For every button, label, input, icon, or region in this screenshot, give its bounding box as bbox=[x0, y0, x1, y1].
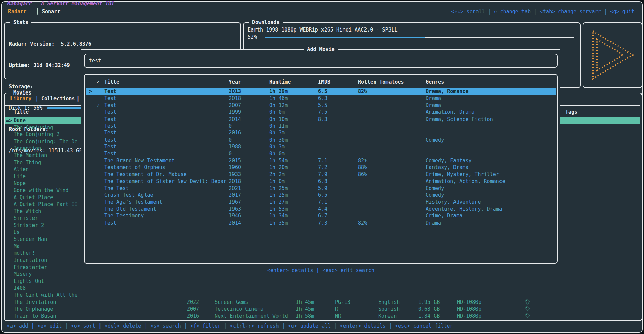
movie-year: 2022 bbox=[187, 299, 199, 306]
result-runtime: 1h 27m bbox=[269, 199, 288, 205]
result-imdb: 5.9 bbox=[318, 185, 327, 192]
movies-tab-library[interactable]: Library bbox=[10, 95, 31, 102]
result-row[interactable]: Test00h 11m bbox=[86, 123, 556, 129]
header-check: ✓ bbox=[97, 79, 100, 85]
result-row[interactable]: The Brand New Testament20151h 54m7.182%C… bbox=[86, 157, 556, 164]
result-row[interactable]: Test00h 0m bbox=[86, 150, 556, 157]
result-row[interactable]: test00h 30mComedy bbox=[86, 137, 556, 143]
add-movie-footer-keybinds: <enter> details | <esc> edit search bbox=[81, 267, 560, 274]
result-imdb: 6.8 bbox=[318, 178, 327, 185]
movie-language: Spanish bbox=[378, 306, 400, 312]
movie-quality: HD-1080p bbox=[457, 313, 481, 319]
movie-title: Slender Man bbox=[14, 236, 47, 243]
version-value: 5.2.6.8376 bbox=[61, 41, 91, 47]
download-progress-bar bbox=[265, 37, 574, 38]
result-rotten-tomatoes: 86% bbox=[358, 171, 367, 178]
result-row[interactable]: Test19880h 3m bbox=[86, 143, 556, 150]
version-label: Radarr Version: bbox=[9, 41, 54, 47]
result-row[interactable]: ✓Test20070h 12m5.5Drama bbox=[86, 102, 556, 109]
tag-icon bbox=[525, 313, 530, 319]
result-imdb: 6.7 bbox=[318, 212, 327, 219]
tab-radarr[interactable]: Radarr bbox=[8, 8, 26, 15]
result-row[interactable]: The Old Testament19631h 53m4.4Adventure,… bbox=[86, 206, 556, 212]
result-row[interactable]: The Aga's Testament19671h 27m7.1History,… bbox=[86, 199, 556, 205]
add-movie-popup: Add Movie ✓ Title Year Runtime IMDB Rott… bbox=[81, 49, 560, 297]
result-runtime: 0h 3m bbox=[269, 143, 285, 150]
movie-row[interactable]: The Orphanage2007Telecinco Cinema1h 45mR… bbox=[5, 306, 640, 312]
movie-title: Inception bbox=[14, 145, 41, 152]
download-percent-label: 52% bbox=[248, 34, 257, 41]
movies-tab-collections[interactable]: Collections bbox=[41, 95, 75, 102]
result-genres: Crime, Mystery, Thriller bbox=[426, 171, 499, 178]
result-runtime: 1h 25m bbox=[269, 185, 288, 192]
header-year: Year bbox=[229, 79, 241, 85]
result-title: The Aga's Testament bbox=[104, 199, 162, 205]
result-genres: Animation, Drama bbox=[426, 109, 475, 116]
result-runtime: 1h 29m bbox=[269, 88, 288, 95]
result-row[interactable]: =>Test20131h 29m6.582%Drama, Romance bbox=[86, 88, 556, 95]
movie-studio: Telecinco Cinema bbox=[215, 306, 264, 312]
result-genres: Comedy, Fantasy bbox=[426, 157, 471, 164]
result-imdb: 7.1 bbox=[318, 199, 327, 205]
movie-size: 1.84 GB bbox=[418, 313, 440, 319]
top-keybinds: <↑↓> scroll | ↔ change tab | <tab> chang… bbox=[451, 8, 635, 15]
tag-icon bbox=[525, 299, 530, 306]
movie-title: The Conjuring 2 bbox=[14, 131, 59, 138]
result-year: 2013 bbox=[229, 88, 241, 95]
result-runtime: 1h 35m bbox=[269, 220, 288, 226]
movie-title: Incantation bbox=[14, 257, 47, 264]
add-movie-search-box bbox=[84, 54, 558, 68]
result-row[interactable]: The Test20211h 25m5.9Comedy bbox=[86, 185, 556, 192]
result-runtime: 0h 12m bbox=[269, 102, 288, 109]
result-imdb: 6.3 bbox=[318, 95, 327, 102]
result-row[interactable]: The Testament of Sister New Devil: Depar… bbox=[86, 178, 556, 185]
result-runtime: 1h 20m bbox=[269, 164, 288, 171]
result-title: Test bbox=[104, 220, 116, 226]
movie-row[interactable]: Train to Busan2016Next Entertainment Wor… bbox=[5, 313, 640, 319]
result-row[interactable]: Crash Test Aglae20171h 25m6.5Comedy bbox=[86, 192, 556, 199]
header-imdb: IMDB bbox=[318, 79, 330, 85]
movie-title: A Quiet Place bbox=[14, 194, 53, 201]
result-title: The Testimony bbox=[104, 212, 144, 219]
result-row[interactable]: Test20181h 46m6.3Drama bbox=[86, 95, 556, 102]
result-row[interactable]: The Testimony19461h 34m6.7Crime, Drama bbox=[86, 212, 556, 219]
movie-title: Dune bbox=[14, 117, 26, 124]
selection-marker: => bbox=[86, 88, 92, 95]
result-title: Testament of Orpheus bbox=[104, 164, 165, 171]
movie-title: Alien bbox=[14, 166, 29, 173]
result-runtime: 1h 0m bbox=[269, 178, 285, 185]
add-movie-search-input[interactable] bbox=[85, 54, 557, 67]
result-row[interactable]: Test20141h 35m7.382%Drama bbox=[86, 220, 556, 226]
result-row[interactable]: Test20140h 10m8.3Drama, Science Fiction bbox=[86, 116, 556, 123]
result-imdb: 7.2 bbox=[318, 164, 327, 171]
uptime-value: 31d 04:32:49 bbox=[33, 62, 70, 68]
movies-title-column-header: Title bbox=[14, 109, 29, 116]
result-imdb: 5.5 bbox=[318, 102, 327, 109]
result-year: 0 bbox=[229, 137, 232, 143]
movie-certification: PG-13 bbox=[335, 299, 350, 306]
result-year: 2016 bbox=[229, 129, 241, 136]
result-row[interactable]: Test19990h 0m7.5Animation, Drama bbox=[86, 109, 556, 116]
result-year: 0 bbox=[229, 123, 232, 129]
selection-marker: => bbox=[6, 117, 12, 124]
movie-title: The Girl with All the bbox=[14, 292, 78, 298]
result-title: Test bbox=[104, 129, 116, 136]
result-imdb: 7.9 bbox=[318, 171, 327, 178]
result-row[interactable]: Testament of Orpheus19601h 20m7.288%Fant… bbox=[86, 164, 556, 171]
movie-certification: NR bbox=[335, 313, 341, 319]
result-runtime: 0h 0m bbox=[269, 150, 285, 157]
movie-row[interactable]: The Invitation2022Screen Gems1h 45mPG-13… bbox=[5, 299, 640, 306]
result-genres: History, Adventure bbox=[426, 199, 481, 205]
tab-sonarr[interactable]: Sonarr bbox=[42, 8, 60, 15]
result-genres: Drama bbox=[426, 102, 441, 109]
tab-divider: │ bbox=[36, 8, 39, 15]
result-title: The Test bbox=[104, 185, 129, 192]
result-genres: Drama, Science Fiction bbox=[426, 116, 493, 123]
result-genres: Crime, Drama bbox=[426, 212, 462, 219]
result-genres: Fantasy, Drama bbox=[426, 164, 468, 171]
result-row[interactable]: Test20160h 3m bbox=[86, 129, 556, 136]
movie-title: Misery bbox=[14, 271, 32, 277]
movie-title: Life bbox=[14, 173, 26, 180]
result-year: 2018 bbox=[229, 178, 241, 185]
result-row[interactable]: The Testament of Dr. Mabuse19332h 2m7.98… bbox=[86, 171, 556, 178]
